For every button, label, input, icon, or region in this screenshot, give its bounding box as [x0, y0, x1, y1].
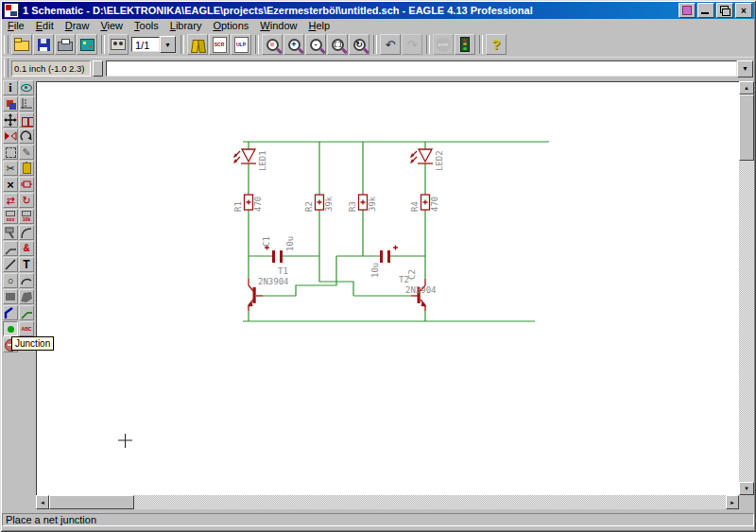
component-led1[interactable]: LED1: [233, 149, 267, 171]
menu-view[interactable]: View: [94, 19, 129, 32]
run-ulp-button[interactable]: ULP: [231, 34, 251, 55]
toolbar-grip[interactable]: [4, 35, 9, 54]
cursor-coordinates: 0.1 inch (-1.0 2.3): [11, 60, 91, 77]
open-button[interactable]: [11, 34, 32, 55]
component-r4[interactable]: R4 470: [410, 195, 439, 212]
minimize-button[interactable]: [697, 3, 714, 18]
horizontal-scrollbar[interactable]: ◄ ►: [36, 495, 739, 509]
add-tool[interactable]: [19, 177, 34, 192]
rect-tool[interactable]: [3, 289, 18, 304]
horizontal-scroll-thumb[interactable]: [49, 495, 134, 509]
component-t2[interactable]: T2 2N3904: [399, 275, 437, 311]
vertical-scrollbar[interactable]: ▲ ▼: [739, 81, 754, 495]
window-extra-button[interactable]: [679, 3, 696, 18]
redo-button[interactable]: ↷: [402, 34, 422, 55]
scroll-right-button[interactable]: ►: [726, 495, 739, 509]
scroll-up-button[interactable]: ▲: [739, 81, 754, 94]
polygon-tool[interactable]: [19, 289, 34, 304]
toolbar-grip[interactable]: [4, 59, 9, 77]
invoke-tool[interactable]: &: [19, 241, 34, 256]
value-tool[interactable]: 10k: [19, 209, 34, 224]
miter-tool[interactable]: [19, 225, 34, 240]
title-bar[interactable]: 1 Schematic - D:\ELEKTRONIKA\EAGLE\proje…: [2, 2, 754, 19]
zoom-select-button[interactable]: [327, 34, 348, 55]
board-button[interactable]: [108, 34, 129, 55]
delete-tool[interactable]: ×: [3, 177, 18, 192]
menu-draw[interactable]: Draw: [60, 19, 95, 32]
scroll-down-button[interactable]: ▼: [739, 482, 754, 495]
zoom-select-icon: [332, 39, 344, 51]
coordinate-mode-button[interactable]: [93, 60, 103, 77]
arc-icon: [20, 274, 33, 287]
stop-button[interactable]: STOP: [433, 34, 454, 55]
component-r3[interactable]: R3 39k: [348, 195, 377, 212]
print-button[interactable]: [55, 34, 76, 55]
use-library-button[interactable]: [187, 34, 208, 55]
cam-processor-button[interactable]: [77, 34, 97, 55]
menu-tools[interactable]: Tools: [129, 19, 164, 32]
schematic-canvas[interactable]: LED1 LED2 R1 470 R2: [36, 81, 739, 495]
net-tool[interactable]: [19, 305, 34, 320]
undo-button[interactable]: ↶: [380, 34, 401, 55]
go-button[interactable]: [455, 34, 475, 55]
coordinate-bar: 0.1 inch (-1.0 2.3) ▼: [2, 58, 754, 78]
command-input[interactable]: [106, 60, 737, 77]
zoom-out-button[interactable]: -: [305, 34, 326, 55]
scroll-left-button[interactable]: ◄: [36, 495, 49, 509]
menu-file[interactable]: File: [2, 19, 30, 32]
sheet-selector-value[interactable]: 1/1: [131, 37, 160, 52]
zoom-fit-button[interactable]: [262, 34, 283, 55]
help-button[interactable]: ?: [486, 34, 507, 55]
mark-tool[interactable]: [19, 96, 34, 112]
junction-tool[interactable]: [3, 321, 18, 336]
component-led2[interactable]: LED2: [410, 149, 444, 171]
script-button[interactable]: SCR: [209, 34, 230, 55]
arc-tool[interactable]: [19, 273, 34, 288]
smash-tool[interactable]: [3, 225, 18, 240]
toolbar-separator: [479, 35, 483, 54]
net-wires[interactable]: [243, 142, 549, 321]
rotate-tool[interactable]: [19, 129, 34, 144]
menu-help[interactable]: Help: [302, 19, 335, 32]
component-r1[interactable]: R1 470: [233, 195, 263, 212]
gateswap-tool[interactable]: ↻: [19, 193, 34, 208]
sheet-dropdown-button[interactable]: ▼: [160, 36, 176, 53]
restore-button[interactable]: [716, 3, 733, 18]
command-dropdown-button[interactable]: ▼: [737, 60, 753, 77]
circle-tool[interactable]: ○: [3, 273, 18, 288]
miter-arc-icon: [20, 226, 33, 239]
component-t1[interactable]: T1 2N3904: [248, 266, 289, 311]
menu-window[interactable]: Window: [254, 19, 302, 32]
cut-tool[interactable]: ✂: [3, 161, 18, 176]
group-tool[interactable]: [3, 145, 18, 160]
close-button[interactable]: ×: [735, 3, 752, 18]
name-tool[interactable]: xxx: [3, 209, 18, 224]
move-tool[interactable]: [3, 112, 18, 128]
vertical-scroll-thumb[interactable]: [739, 94, 754, 161]
component-r2[interactable]: R2 39k: [304, 195, 334, 212]
text-tool[interactable]: T: [19, 257, 34, 272]
bus-tool[interactable]: [3, 305, 18, 320]
info-tool[interactable]: i: [3, 80, 18, 95]
zoom-in-button[interactable]: +: [284, 34, 304, 55]
component-c1[interactable]: C1 10u: [262, 236, 295, 263]
menu-edit[interactable]: Edit: [30, 19, 60, 32]
zoom-redraw-button[interactable]: ↻: [349, 34, 369, 55]
menu-options[interactable]: Options: [207, 19, 254, 32]
pinswap-tool[interactable]: ⇄: [3, 193, 18, 208]
menu-library[interactable]: Library: [164, 19, 208, 32]
component-name: R1: [233, 201, 243, 212]
split-tool[interactable]: [3, 241, 18, 256]
mirror-tool[interactable]: [3, 129, 18, 144]
eagle-app-icon[interactable]: [4, 3, 19, 18]
copy-tool[interactable]: [19, 112, 34, 128]
wire-tool[interactable]: [3, 257, 18, 272]
display-tool[interactable]: [3, 96, 18, 112]
zoom-fit-icon: [266, 39, 279, 51]
label-tool[interactable]: ABC: [19, 321, 34, 336]
paste-tool[interactable]: [19, 161, 34, 176]
component-c2[interactable]: 10u C2: [370, 246, 417, 281]
change-tool[interactable]: ✎: [19, 145, 34, 160]
show-tool[interactable]: [19, 80, 34, 95]
save-button[interactable]: [33, 34, 54, 55]
